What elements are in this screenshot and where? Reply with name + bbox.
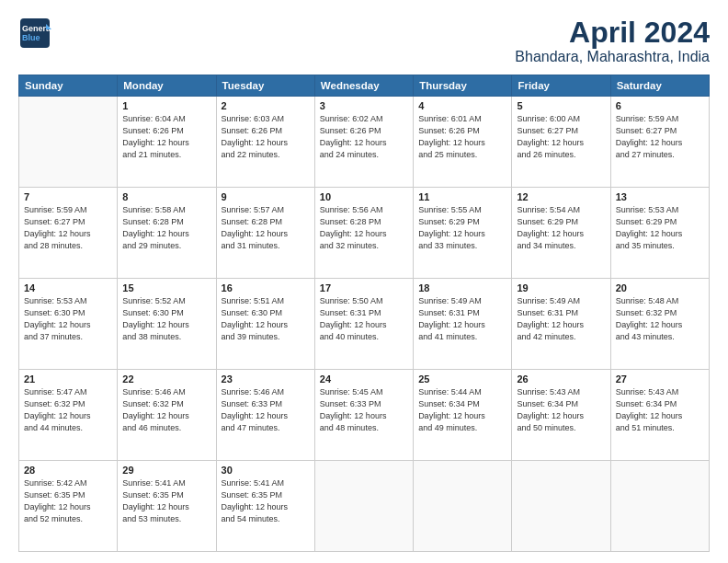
calendar-cell: 12Sunrise: 5:54 AMSunset: 6:29 PMDayligh… — [512, 188, 610, 279]
calendar-cell: 22Sunrise: 5:46 AMSunset: 6:32 PMDayligh… — [118, 370, 216, 461]
calendar-cell: 1Sunrise: 6:04 AMSunset: 6:26 PMDaylight… — [118, 97, 216, 188]
weekday-header-row: SundayMondayTuesdayWednesdayThursdayFrid… — [19, 75, 710, 97]
day-info: Sunrise: 5:44 AMSunset: 6:34 PMDaylight:… — [418, 386, 506, 434]
day-info: Sunrise: 6:01 AMSunset: 6:26 PMDaylight:… — [418, 113, 506, 161]
calendar-cell — [19, 97, 118, 188]
day-info: Sunrise: 5:47 AMSunset: 6:32 PMDaylight:… — [24, 386, 112, 434]
calendar-subtitle: Bhandara, Maharashtra, India — [515, 49, 710, 65]
day-info: Sunrise: 5:41 AMSunset: 6:35 PMDaylight:… — [222, 477, 310, 525]
day-info: Sunrise: 5:50 AMSunset: 6:31 PMDaylight:… — [320, 295, 408, 343]
calendar-cell: 18Sunrise: 5:49 AMSunset: 6:31 PMDayligh… — [414, 279, 512, 370]
header: General Blue April 2024 Bhandara, Mahara… — [18, 17, 710, 65]
day-number: 2 — [222, 100, 310, 111]
calendar-cell: 28Sunrise: 5:42 AMSunset: 6:35 PMDayligh… — [19, 461, 118, 552]
day-info: Sunrise: 5:58 AMSunset: 6:28 PMDaylight:… — [122, 204, 210, 252]
day-number: 1 — [122, 100, 210, 111]
calendar-cell: 16Sunrise: 5:51 AMSunset: 6:30 PMDayligh… — [216, 279, 314, 370]
calendar-cell: 13Sunrise: 5:53 AMSunset: 6:29 PMDayligh… — [610, 188, 709, 279]
day-number: 28 — [24, 465, 112, 476]
calendar-cell: 20Sunrise: 5:48 AMSunset: 6:32 PMDayligh… — [610, 279, 709, 370]
calendar-week-row: 21Sunrise: 5:47 AMSunset: 6:32 PMDayligh… — [19, 370, 710, 461]
day-info: Sunrise: 5:51 AMSunset: 6:30 PMDaylight:… — [222, 295, 310, 343]
day-number: 29 — [122, 465, 210, 476]
weekday-header: Friday — [512, 75, 610, 97]
day-info: Sunrise: 5:46 AMSunset: 6:32 PMDaylight:… — [122, 386, 210, 434]
day-number: 18 — [418, 282, 506, 293]
day-number: 23 — [222, 373, 310, 385]
calendar-title: April 2024 — [515, 17, 710, 49]
day-number: 20 — [616, 282, 704, 293]
calendar-cell: 8Sunrise: 5:58 AMSunset: 6:28 PMDaylight… — [118, 188, 216, 279]
calendar-cell: 9Sunrise: 5:57 AMSunset: 6:28 PMDaylight… — [216, 188, 314, 279]
calendar-cell: 27Sunrise: 5:43 AMSunset: 6:34 PMDayligh… — [610, 370, 709, 461]
title-block: April 2024 Bhandara, Maharashtra, India — [515, 17, 710, 65]
calendar-cell: 11Sunrise: 5:55 AMSunset: 6:29 PMDayligh… — [414, 188, 512, 279]
calendar-cell: 7Sunrise: 5:59 AMSunset: 6:27 PMDaylight… — [19, 188, 118, 279]
weekday-header: Tuesday — [216, 75, 314, 97]
day-number: 7 — [24, 191, 112, 202]
calendar-cell: 6Sunrise: 5:59 AMSunset: 6:27 PMDaylight… — [610, 97, 709, 188]
day-info: Sunrise: 5:53 AMSunset: 6:29 PMDaylight:… — [616, 204, 704, 252]
day-number: 19 — [517, 282, 605, 293]
day-number: 24 — [320, 373, 408, 385]
day-info: Sunrise: 5:55 AMSunset: 6:29 PMDaylight:… — [418, 204, 506, 252]
day-info: Sunrise: 5:53 AMSunset: 6:30 PMDaylight:… — [24, 295, 112, 343]
page: General Blue April 2024 Bhandara, Mahara… — [0, 0, 728, 563]
calendar-cell: 3Sunrise: 6:02 AMSunset: 6:26 PMDaylight… — [314, 97, 413, 188]
calendar-cell: 5Sunrise: 6:00 AMSunset: 6:27 PMDaylight… — [512, 97, 610, 188]
calendar-cell: 25Sunrise: 5:44 AMSunset: 6:34 PMDayligh… — [414, 370, 512, 461]
calendar-cell: 23Sunrise: 5:46 AMSunset: 6:33 PMDayligh… — [216, 370, 314, 461]
day-number: 26 — [517, 373, 605, 385]
day-info: Sunrise: 5:43 AMSunset: 6:34 PMDaylight:… — [616, 386, 704, 434]
day-info: Sunrise: 5:42 AMSunset: 6:35 PMDaylight:… — [24, 477, 112, 525]
day-info: Sunrise: 6:00 AMSunset: 6:27 PMDaylight:… — [517, 113, 605, 161]
day-number: 21 — [24, 373, 112, 385]
day-info: Sunrise: 5:43 AMSunset: 6:34 PMDaylight:… — [517, 386, 605, 434]
day-info: Sunrise: 5:59 AMSunset: 6:27 PMDaylight:… — [616, 113, 704, 161]
calendar-table: SundayMondayTuesdayWednesdayThursdayFrid… — [18, 75, 710, 552]
calendar-cell: 4Sunrise: 6:01 AMSunset: 6:26 PMDaylight… — [414, 97, 512, 188]
day-number: 14 — [24, 282, 112, 293]
calendar-cell: 10Sunrise: 5:56 AMSunset: 6:28 PMDayligh… — [314, 188, 413, 279]
svg-text:Blue: Blue — [22, 33, 40, 42]
calendar-cell — [512, 461, 610, 552]
weekday-header: Thursday — [414, 75, 512, 97]
day-info: Sunrise: 6:04 AMSunset: 6:26 PMDaylight:… — [122, 113, 210, 161]
day-number: 15 — [122, 282, 210, 293]
day-number: 25 — [418, 373, 506, 385]
day-info: Sunrise: 5:54 AMSunset: 6:29 PMDaylight:… — [517, 204, 605, 252]
day-number: 3 — [320, 100, 408, 111]
day-number: 13 — [616, 191, 704, 202]
weekday-header: Saturday — [610, 75, 709, 97]
day-number: 27 — [616, 373, 704, 385]
calendar-week-row: 7Sunrise: 5:59 AMSunset: 6:27 PMDaylight… — [19, 188, 710, 279]
day-info: Sunrise: 5:49 AMSunset: 6:31 PMDaylight:… — [418, 295, 506, 343]
day-number: 5 — [517, 100, 605, 111]
logo-icon: General Blue — [18, 17, 51, 50]
calendar-cell: 15Sunrise: 5:52 AMSunset: 6:30 PMDayligh… — [118, 279, 216, 370]
day-info: Sunrise: 5:52 AMSunset: 6:30 PMDaylight:… — [122, 295, 210, 343]
calendar-week-row: 14Sunrise: 5:53 AMSunset: 6:30 PMDayligh… — [19, 279, 710, 370]
day-number: 9 — [222, 191, 310, 202]
day-info: Sunrise: 5:49 AMSunset: 6:31 PMDaylight:… — [517, 295, 605, 343]
day-info: Sunrise: 5:45 AMSunset: 6:33 PMDaylight:… — [320, 386, 408, 434]
day-number: 11 — [418, 191, 506, 202]
day-number: 10 — [320, 191, 408, 202]
day-number: 4 — [418, 100, 506, 111]
day-info: Sunrise: 5:59 AMSunset: 6:27 PMDaylight:… — [24, 204, 112, 252]
calendar-cell — [610, 461, 709, 552]
day-info: Sunrise: 5:41 AMSunset: 6:35 PMDaylight:… — [122, 477, 210, 525]
calendar-cell — [414, 461, 512, 552]
calendar-cell: 19Sunrise: 5:49 AMSunset: 6:31 PMDayligh… — [512, 279, 610, 370]
calendar-cell: 29Sunrise: 5:41 AMSunset: 6:35 PMDayligh… — [118, 461, 216, 552]
calendar-cell: 2Sunrise: 6:03 AMSunset: 6:26 PMDaylight… — [216, 97, 314, 188]
day-number: 16 — [222, 282, 310, 293]
day-info: Sunrise: 5:56 AMSunset: 6:28 PMDaylight:… — [320, 204, 408, 252]
day-info: Sunrise: 6:02 AMSunset: 6:26 PMDaylight:… — [320, 113, 408, 161]
day-info: Sunrise: 5:48 AMSunset: 6:32 PMDaylight:… — [616, 295, 704, 343]
calendar-cell — [314, 461, 413, 552]
day-info: Sunrise: 6:03 AMSunset: 6:26 PMDaylight:… — [222, 113, 310, 161]
day-number: 6 — [616, 100, 704, 111]
calendar-cell: 17Sunrise: 5:50 AMSunset: 6:31 PMDayligh… — [314, 279, 413, 370]
calendar-cell: 24Sunrise: 5:45 AMSunset: 6:33 PMDayligh… — [314, 370, 413, 461]
